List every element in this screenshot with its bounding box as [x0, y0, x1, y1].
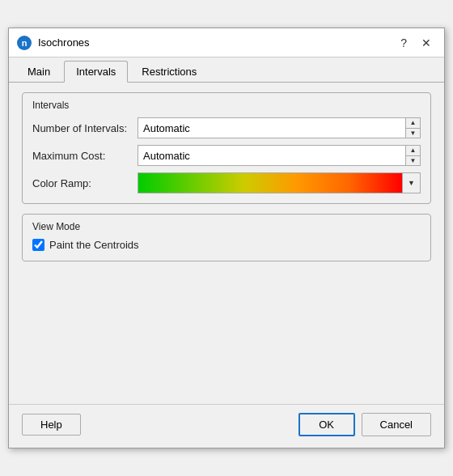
- cancel-button[interactable]: Cancel: [362, 413, 431, 436]
- num-intervals-spinbox[interactable]: ▲ ▼: [138, 117, 421, 138]
- max-cost-down[interactable]: ▼: [406, 156, 420, 166]
- num-intervals-up[interactable]: ▲: [406, 118, 420, 129]
- app-icon: n: [17, 36, 32, 50]
- tab-main[interactable]: Main: [15, 61, 62, 82]
- num-intervals-label: Number of Intervals:: [32, 122, 138, 134]
- num-intervals-row: Number of Intervals: ▲ ▼: [32, 117, 421, 138]
- close-window-button[interactable]: ✕: [417, 35, 436, 51]
- content-spacer: [22, 261, 431, 391]
- max-cost-row: Maximum Cost: ▲ ▼: [32, 145, 421, 166]
- num-intervals-arrows: ▲ ▼: [405, 118, 420, 138]
- view-mode-group: View Mode Paint the Centroids: [22, 214, 431, 261]
- help-button[interactable]: Help: [22, 414, 81, 436]
- view-mode-title: View Mode: [32, 221, 421, 232]
- window-title: Isochrones: [38, 36, 396, 49]
- max-cost-up[interactable]: ▲: [406, 146, 420, 156]
- title-bar-controls: ? ✕: [396, 35, 436, 51]
- tab-restrictions[interactable]: Restrictions: [129, 61, 209, 82]
- max-cost-control: ▲ ▼: [138, 145, 421, 166]
- tab-intervals[interactable]: Intervals: [64, 61, 128, 83]
- num-intervals-control: ▲ ▼: [138, 117, 421, 138]
- color-ramp-selector[interactable]: ▼: [138, 172, 421, 193]
- main-window: n Isochrones ? ✕ Main Intervals Restrict…: [8, 28, 445, 448]
- paint-centroids-label[interactable]: Paint the Centroids: [49, 239, 139, 251]
- max-cost-spinbox[interactable]: ▲ ▼: [138, 145, 421, 166]
- tab-content: Intervals Number of Intervals: ▲ ▼ Maxim: [9, 83, 444, 404]
- num-intervals-input[interactable]: [138, 118, 405, 138]
- paint-centroids-checkbox[interactable]: [32, 239, 44, 251]
- color-ramp-control: ▼: [138, 172, 421, 193]
- max-cost-arrows: ▲ ▼: [405, 146, 420, 165]
- color-ramp-label: Color Ramp:: [32, 177, 138, 189]
- tab-bar: Main Intervals Restrictions: [9, 57, 444, 83]
- num-intervals-down[interactable]: ▼: [406, 129, 420, 138]
- paint-centroids-row: Paint the Centroids: [32, 239, 421, 251]
- intervals-group-title: Intervals: [32, 100, 421, 111]
- max-cost-input[interactable]: [138, 146, 405, 165]
- color-ramp-row: Color Ramp: ▼: [32, 172, 421, 193]
- title-bar: n Isochrones ? ✕: [9, 28, 444, 57]
- help-window-button[interactable]: ?: [396, 35, 412, 51]
- ok-button[interactable]: OK: [298, 413, 355, 436]
- max-cost-label: Maximum Cost:: [32, 150, 138, 162]
- color-ramp-dropdown-icon[interactable]: ▼: [402, 173, 420, 193]
- button-bar: Help OK Cancel: [9, 404, 444, 448]
- intervals-group: Intervals Number of Intervals: ▲ ▼ Maxim: [22, 92, 431, 204]
- color-ramp-display: [138, 173, 402, 193]
- action-buttons: OK Cancel: [298, 413, 431, 436]
